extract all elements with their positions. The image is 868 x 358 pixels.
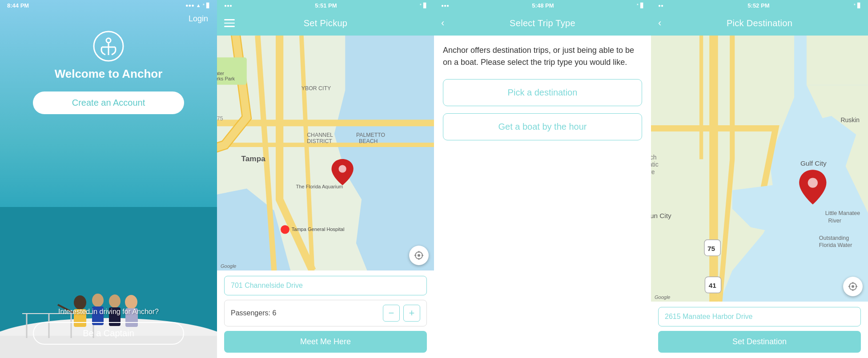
screen-pickup: ●●● 5:51 PM * ▊ Set Pickup	[217, 0, 434, 358]
battery-icon-3: ▊	[640, 3, 644, 8]
status-icons-2: * ▊	[420, 3, 427, 8]
trip-description: Anchor offers destination trips, or just…	[443, 44, 642, 68]
crosshair-icon-4	[848, 282, 858, 291]
welcome-bottom-section: Interested in driving for Anchor? Be a C…	[0, 308, 217, 358]
hamburger-line-2	[224, 23, 235, 24]
back-button-4[interactable]: ‹	[658, 17, 661, 29]
back-button-3[interactable]: ‹	[441, 17, 444, 29]
status-icons-3: * ▊	[637, 3, 644, 8]
pickup-map[interactable]: 275 Water Works Park Tampa YBOR CITY CHA…	[217, 36, 434, 270]
location-button[interactable]	[409, 246, 429, 265]
destination-input[interactable]	[658, 307, 861, 326]
svg-text:DISTRICT: DISTRICT	[307, 138, 332, 144]
signal-icon: ●●●	[185, 3, 194, 8]
hamburger-line-3	[224, 26, 235, 27]
svg-text:Gulf City: Gulf City	[800, 159, 827, 167]
dest-controls: Set Destination	[651, 302, 868, 358]
google-watermark-4: Google	[655, 294, 670, 300]
time-3: 5:48 PM	[532, 2, 554, 9]
decrement-button[interactable]: −	[383, 305, 400, 322]
screen-welcome: 8:44 PM ●●● ▲ * ▊ Login Welcome to Ancho…	[0, 0, 217, 358]
signal-icon-2: ●●●	[224, 3, 232, 8]
passengers-row: Passengers: 6 − +	[224, 300, 427, 326]
create-account-button[interactable]: Create an Account	[33, 91, 184, 114]
location-button-4[interactable]	[843, 277, 863, 296]
svg-text:275: 275	[217, 115, 223, 122]
svg-text:Tampa: Tampa	[241, 154, 266, 163]
svg-text:Sun City: Sun City	[651, 212, 671, 219]
trip-body: Anchor offers destination trips, or just…	[434, 36, 651, 156]
dest-title: Pick Destination	[727, 18, 792, 28]
pickup-header: Set Pickup	[217, 11, 434, 36]
status-bar-3: ●●● 5:48 PM * ▊	[434, 0, 651, 11]
signal-icon-4: ●●	[658, 3, 663, 8]
welcome-title: Welcome to Anchor	[55, 67, 163, 81]
svg-text:Preserve: Preserve	[651, 168, 655, 175]
pickup-title: Set Pickup	[304, 18, 348, 28]
svg-text:The Florida Aquarium: The Florida Aquarium	[296, 184, 343, 189]
hamburger-line-1	[224, 19, 235, 20]
battery-icon-4: ▊	[857, 3, 861, 8]
pickup-controls: Passengers: 6 − + Meet Me Here	[217, 270, 434, 358]
set-destination-button[interactable]: Set Destination	[658, 331, 861, 353]
captain-button[interactable]: Be a Captain	[33, 322, 184, 345]
google-watermark-2: Google	[221, 263, 236, 269]
svg-text:BEACH: BEACH	[359, 138, 378, 144]
passengers-label: Passengers: 6	[231, 309, 276, 317]
svg-rect-43	[807, 36, 868, 85]
svg-point-33	[281, 225, 289, 234]
battery-icon-2: ▊	[423, 3, 427, 8]
time-2: 5:51 PM	[315, 2, 337, 9]
login-link[interactable]: Login	[189, 14, 208, 24]
destination-map[interactable]: Cockroach Bay Aquatic Preserve Gulf City…	[651, 36, 868, 302]
status-icons-1: ●●● ▲ * ▊	[185, 3, 210, 8]
svg-point-16	[109, 294, 121, 308]
svg-text:Outstanding: Outstanding	[819, 235, 849, 241]
status-bar-2: ●●● 5:51 PM * ▊	[217, 0, 434, 11]
meet-here-button[interactable]: Meet Me Here	[224, 331, 427, 353]
svg-text:75: 75	[707, 245, 715, 252]
svg-text:Tampa General Hospital: Tampa General Hospital	[292, 227, 345, 232]
svg-point-37	[418, 254, 420, 257]
svg-point-60	[808, 178, 818, 187]
trip-header: ‹ Select Trip Type	[434, 11, 651, 36]
svg-text:River: River	[828, 218, 841, 224]
dest-header: ‹ Pick Destination	[651, 11, 868, 36]
svg-point-1	[106, 38, 111, 43]
svg-text:Ruskin: Ruskin	[840, 116, 860, 123]
trip-title: Select Trip Type	[510, 18, 575, 28]
bluetooth-icon-2: *	[420, 3, 422, 8]
address-input[interactable]	[224, 276, 427, 295]
time-4: 5:52 PM	[747, 2, 769, 9]
status-bar-1: 8:44 PM ●●● ▲ * ▊	[0, 0, 217, 11]
svg-point-62	[852, 285, 854, 288]
bluetooth-icon-4: *	[854, 3, 856, 8]
svg-text:Cockroach: Cockroach	[651, 154, 656, 161]
increment-button[interactable]: +	[403, 305, 420, 322]
counter-buttons: − +	[383, 305, 420, 322]
svg-text:PALMETTO: PALMETTO	[356, 132, 385, 138]
svg-point-35	[339, 165, 346, 173]
bluetooth-icon-3: *	[637, 3, 639, 8]
get-boat-hour-button[interactable]: Get a boat by the hour	[443, 113, 642, 140]
svg-text:Water: Water	[217, 71, 224, 76]
screen-trip: ●●● 5:48 PM * ▊ ‹ Select Trip Type Ancho…	[434, 0, 651, 358]
svg-text:41: 41	[709, 282, 717, 289]
crosshair-icon	[414, 251, 424, 260]
menu-button[interactable]	[224, 19, 235, 27]
svg-text:Little Manatee: Little Manatee	[825, 210, 860, 216]
status-icons-4: * ▊	[854, 3, 861, 8]
svg-point-14	[92, 294, 104, 307]
status-bar-4: ●● 5:52 PM * ▊	[651, 0, 868, 11]
signal-icon-3: ●●●	[441, 3, 449, 8]
svg-text:CHANNEL: CHANNEL	[307, 132, 333, 138]
svg-text:YBOR CITY: YBOR CITY	[301, 85, 331, 91]
screen-destination: ●● 5:52 PM * ▊ ‹ Pick Destination	[651, 0, 868, 358]
interested-text: Interested in driving for Anchor?	[58, 308, 159, 316]
battery-icon: ▊	[206, 3, 210, 8]
pick-destination-button[interactable]: Pick a destination	[443, 79, 642, 106]
svg-text:Works Park: Works Park	[217, 76, 235, 81]
time-1: 8:44 PM	[7, 2, 29, 9]
wifi-icon: ▲	[196, 3, 201, 8]
bluetooth-icon: *	[203, 3, 205, 8]
